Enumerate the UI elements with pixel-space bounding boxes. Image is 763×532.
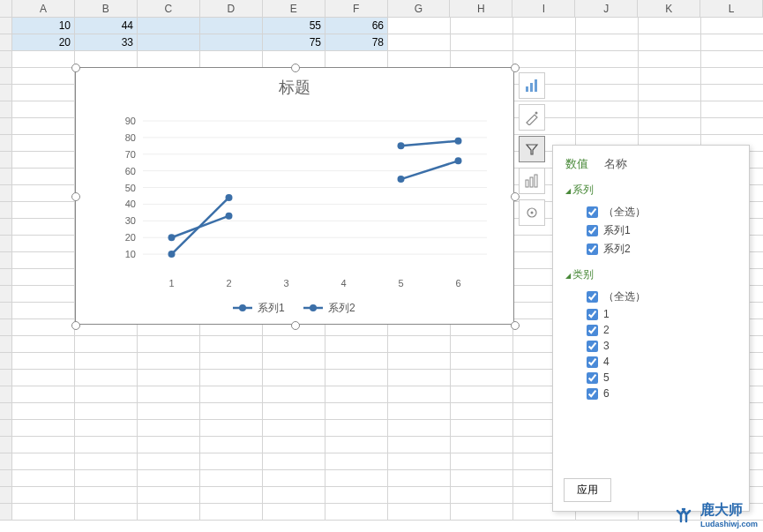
cell[interactable]	[12, 185, 75, 202]
filter-item[interactable]: 3	[565, 338, 742, 354]
row-header[interactable]	[0, 202, 12, 219]
col-header-F[interactable]: F	[325, 0, 388, 18]
cell[interactable]	[200, 18, 263, 34]
row-header[interactable]	[0, 386, 12, 403]
row-header[interactable]	[0, 135, 12, 152]
row-header[interactable]	[0, 18, 12, 34]
cell[interactable]	[12, 152, 75, 169]
cell[interactable]	[138, 51, 200, 68]
filter-item[interactable]: 系列1	[565, 221, 742, 240]
cell[interactable]	[75, 336, 138, 353]
cell[interactable]	[200, 51, 263, 68]
cell[interactable]	[388, 487, 451, 504]
row-header[interactable]	[0, 303, 12, 319]
cell[interactable]	[138, 34, 200, 51]
filter-section-category[interactable]: 类别	[565, 267, 742, 282]
cell[interactable]: 20	[12, 34, 75, 51]
cell[interactable]	[576, 68, 639, 85]
cell[interactable]	[138, 336, 200, 353]
cell[interactable]	[701, 18, 763, 34]
cell[interactable]	[138, 470, 200, 487]
cell[interactable]	[451, 353, 513, 370]
cell[interactable]	[75, 470, 138, 487]
cell[interactable]	[451, 370, 513, 386]
cell[interactable]	[451, 470, 513, 487]
resize-handle[interactable]	[71, 192, 80, 201]
cell[interactable]	[325, 386, 388, 403]
cell[interactable]	[639, 34, 701, 51]
cell[interactable]	[263, 353, 325, 370]
filter-item[interactable]: 系列2	[565, 240, 742, 259]
cell[interactable]	[451, 437, 513, 453]
col-header-G[interactable]: G	[388, 0, 451, 18]
resize-handle[interactable]	[511, 321, 520, 330]
cell[interactable]	[639, 68, 701, 85]
col-header-J[interactable]: J	[575, 0, 638, 18]
cell[interactable]	[451, 453, 513, 470]
cell[interactable]	[12, 353, 75, 370]
row-header[interactable]	[0, 487, 12, 504]
row-header[interactable]	[0, 85, 12, 101]
cell[interactable]	[388, 18, 451, 34]
cell[interactable]	[75, 420, 138, 437]
cell[interactable]	[325, 504, 388, 521]
cell[interactable]	[200, 403, 263, 420]
row-header[interactable]	[0, 101, 12, 118]
cell[interactable]: 44	[75, 18, 138, 34]
row-header[interactable]	[0, 470, 12, 487]
cell[interactable]	[701, 68, 763, 85]
filter-checkbox[interactable]	[587, 225, 598, 236]
cell[interactable]	[200, 336, 263, 353]
cell[interactable]	[451, 51, 513, 68]
cell[interactable]	[12, 437, 75, 453]
cell[interactable]	[263, 336, 325, 353]
row-header[interactable]	[0, 453, 12, 470]
filter-checkbox[interactable]	[587, 291, 598, 303]
cell[interactable]	[388, 51, 451, 68]
cell[interactable]	[388, 403, 451, 420]
cell[interactable]	[451, 386, 513, 403]
filter-tab-values[interactable]: 数值	[565, 156, 588, 172]
row-header[interactable]	[0, 34, 12, 51]
filter-checkbox[interactable]	[587, 325, 598, 336]
cell[interactable]	[576, 51, 639, 68]
apply-button[interactable]: 应用	[564, 478, 611, 502]
cell[interactable]	[75, 403, 138, 420]
cell[interactable]	[12, 252, 75, 269]
cell[interactable]	[12, 85, 75, 101]
row-header[interactable]	[0, 504, 12, 521]
chart-elements-button[interactable]	[519, 72, 545, 99]
cell[interactable]	[325, 370, 388, 386]
filter-checkbox[interactable]	[587, 372, 598, 384]
cell[interactable]: 75	[263, 34, 325, 51]
filter-checkbox[interactable]	[587, 244, 598, 255]
cell[interactable]	[325, 437, 388, 453]
cell[interactable]	[701, 101, 763, 118]
cell[interactable]: 55	[263, 18, 325, 34]
cell[interactable]	[12, 135, 75, 152]
cell[interactable]	[451, 420, 513, 437]
cell[interactable]	[75, 370, 138, 386]
cell[interactable]	[75, 437, 138, 453]
cell[interactable]	[138, 504, 200, 521]
col-header-H[interactable]: H	[450, 0, 512, 18]
cell[interactable]	[388, 504, 451, 521]
row-header[interactable]	[0, 370, 12, 386]
filter-item[interactable]: （全选）	[565, 203, 742, 221]
cell[interactable]	[576, 118, 639, 135]
cell[interactable]	[12, 169, 75, 185]
cell[interactable]	[325, 403, 388, 420]
filter-checkbox[interactable]	[587, 341, 598, 352]
row-header[interactable]	[0, 152, 12, 169]
row-header[interactable]	[0, 51, 12, 68]
cell[interactable]	[451, 18, 513, 34]
cell[interactable]	[701, 118, 763, 135]
cell[interactable]	[513, 18, 576, 34]
cell[interactable]	[701, 85, 763, 101]
cell[interactable]	[12, 504, 75, 521]
cell[interactable]	[325, 487, 388, 504]
cell[interactable]	[701, 34, 763, 51]
cell[interactable]	[200, 353, 263, 370]
filter-checkbox[interactable]	[587, 356, 598, 368]
cell[interactable]: 33	[75, 34, 138, 51]
